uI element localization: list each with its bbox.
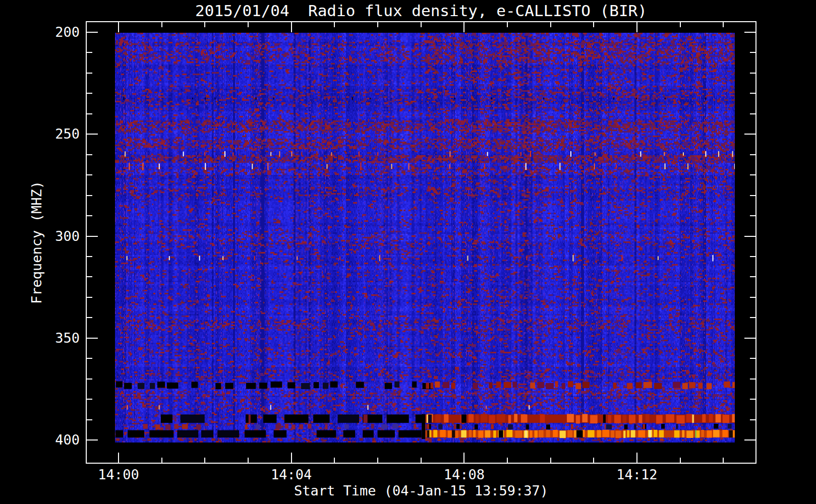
- axis-tick: [723, 22, 724, 27]
- axis-tick: [87, 134, 98, 135]
- axis-tick: [750, 256, 755, 257]
- axis-tick: [750, 399, 755, 400]
- axis-tick: [118, 453, 119, 463]
- axis-tick: [248, 458, 249, 463]
- axis-tick: [204, 22, 205, 27]
- x-axis-title: Start Time (04-Jan-15 13:59:37): [86, 483, 756, 498]
- axis-tick: [87, 113, 92, 114]
- axis-tick: [248, 22, 249, 27]
- page-root: { "title": "2015/01/04 Radio flux densit…: [0, 0, 816, 504]
- y-axis-title: Frequency (MHZ): [29, 181, 44, 304]
- axis-tick: [87, 73, 92, 74]
- axis-tick: [680, 22, 681, 27]
- axis-tick: [750, 93, 755, 94]
- axis-tick: [723, 458, 724, 463]
- x-tick-label: 14:08: [434, 467, 494, 482]
- axis-tick: [87, 93, 92, 94]
- axis-tick: [377, 22, 378, 27]
- axis-tick: [291, 22, 292, 32]
- axis-tick: [204, 458, 205, 463]
- axis-tick: [507, 22, 508, 27]
- axis-tick: [421, 22, 422, 27]
- axis-tick: [636, 453, 637, 463]
- axis-tick: [161, 22, 162, 27]
- axis-tick: [750, 73, 755, 74]
- axis-tick: [550, 22, 551, 27]
- axis-tick: [87, 419, 92, 420]
- axis-tick: [87, 297, 92, 298]
- spectrogram-canvas: [115, 33, 735, 443]
- axis-tick: [87, 236, 98, 237]
- y-tick-label: 400: [30, 432, 80, 448]
- axis-tick: [421, 458, 422, 463]
- axis-tick: [750, 113, 755, 114]
- axis-tick: [87, 379, 92, 380]
- axis-tick: [334, 22, 335, 27]
- axis-tick: [87, 195, 92, 196]
- axis-tick: [593, 22, 594, 27]
- axis-tick: [750, 52, 755, 53]
- axis-tick: [750, 154, 755, 155]
- axis-tick: [87, 215, 92, 216]
- axis-tick: [463, 22, 464, 32]
- plot-title: 2015/01/04 Radio flux density, e-CALLIST…: [86, 2, 756, 20]
- y-tick-label: 350: [30, 330, 80, 346]
- y-tick-label: 250: [30, 126, 80, 142]
- axis-tick: [680, 458, 681, 463]
- axis-tick: [87, 52, 92, 53]
- axis-tick: [87, 338, 98, 339]
- x-tick-label: 14:04: [261, 467, 322, 482]
- axis-tick: [507, 458, 508, 463]
- axis-tick: [87, 256, 92, 257]
- axis-tick: [744, 134, 755, 135]
- axis-tick: [744, 338, 755, 339]
- axis-tick: [87, 174, 92, 175]
- axis-tick: [750, 215, 755, 216]
- axis-tick: [118, 22, 119, 32]
- x-tick-label: 14:12: [607, 467, 667, 482]
- axis-tick: [750, 276, 755, 277]
- axis-tick: [550, 458, 551, 463]
- x-tick-label: 14:00: [88, 467, 149, 482]
- axis-tick: [750, 317, 755, 318]
- axis-tick: [750, 174, 755, 175]
- axis-tick: [750, 358, 755, 359]
- axis-tick: [744, 32, 755, 33]
- axis-tick: [744, 439, 755, 440]
- axis-tick: [87, 358, 92, 359]
- axis-tick: [750, 195, 755, 196]
- axis-tick: [87, 32, 98, 33]
- axis-tick: [744, 236, 755, 237]
- axis-tick: [750, 379, 755, 380]
- axis-tick: [463, 453, 464, 463]
- axis-tick: [334, 458, 335, 463]
- axis-tick: [161, 458, 162, 463]
- y-tick-label: 200: [30, 24, 80, 40]
- axis-tick: [291, 453, 292, 463]
- axis-tick: [593, 458, 594, 463]
- axis-tick: [377, 458, 378, 463]
- axis-tick: [87, 276, 92, 277]
- axis-tick: [87, 439, 98, 440]
- axis-tick: [636, 22, 637, 32]
- axis-tick: [87, 154, 92, 155]
- axis-tick: [750, 419, 755, 420]
- axis-tick: [87, 317, 92, 318]
- axis-tick: [87, 399, 92, 400]
- axis-tick: [750, 297, 755, 298]
